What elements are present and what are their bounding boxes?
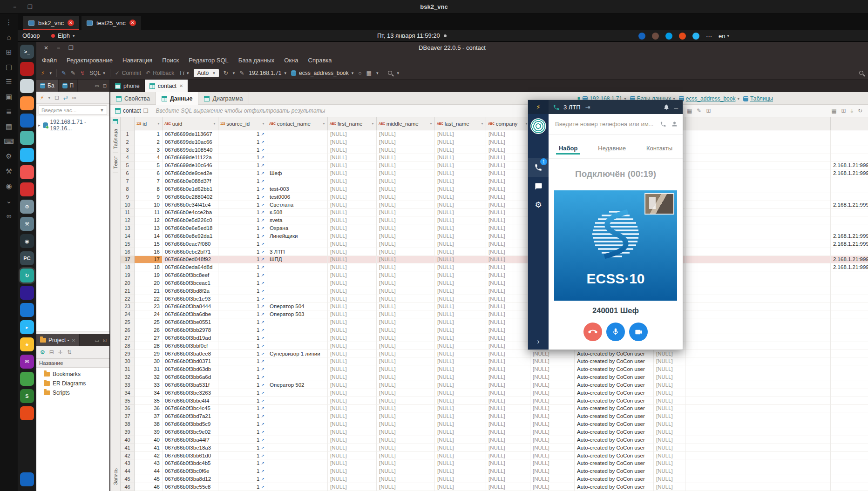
view-tab[interactable]: Данные [156, 92, 199, 105]
cell-contact_name[interactable] [267, 397, 328, 405]
cell-first_name[interactable]: [NULL] [328, 216, 377, 224]
cell-company[interactable]: [NULL] [486, 279, 530, 287]
cell-first_name[interactable]: [NULL] [328, 169, 377, 177]
result-view-tab[interactable]: Таблица [113, 126, 118, 153]
cell-contact_name[interactable] [267, 326, 328, 334]
cell-middle_name[interactable]: [NULL] [377, 428, 435, 436]
cell-id[interactable]: 5 [135, 161, 163, 169]
cell-col12[interactable] [685, 232, 831, 240]
cell-col13[interactable] [831, 342, 868, 350]
cell-col11[interactable]: [NULL] [654, 444, 685, 452]
cell-id[interactable]: 17 [135, 256, 163, 264]
dock-red-sphere[interactable] [20, 182, 34, 196]
database-select[interactable]: ecss_address_book ▾ [291, 70, 353, 76]
menu-item[interactable]: Редактор SQL [189, 57, 229, 64]
cell-contact_name[interactable]: Оператор 503 [267, 310, 328, 318]
minimize-panel-icon[interactable]: ▭ [95, 83, 99, 88]
cell-uuid[interactable]: 067d66b0f3be55c8 [163, 483, 218, 491]
cell-col9[interactable]: [NULL] [530, 350, 575, 358]
cell-col13[interactable] [831, 467, 868, 475]
cell-comment[interactable]: Auto-created by CoCon user [575, 444, 654, 452]
cell-col13[interactable] [831, 475, 868, 483]
row-number[interactable]: 37 [121, 412, 135, 420]
cell-col12[interactable] [685, 381, 831, 389]
column-header-source_id[interactable]: 123source_id▼ [218, 117, 267, 130]
row-number[interactable]: 41 [121, 444, 135, 452]
cell-first_name[interactable]: [NULL] [328, 483, 377, 491]
row-number[interactable]: 38 [121, 420, 135, 428]
cell-source_id[interactable]: 1↗ [218, 130, 267, 138]
cell-company[interactable]: [NULL] [486, 154, 530, 162]
cell-contact_name[interactable] [267, 240, 328, 248]
cell-contact_name[interactable] [267, 452, 328, 460]
cell-middle_name[interactable]: [NULL] [377, 389, 435, 397]
row-number[interactable]: 11 [121, 209, 135, 216]
row-number[interactable]: 5 [121, 161, 135, 169]
app-menu[interactable]: Elph ▾ [51, 30, 75, 42]
fk-link-icon[interactable]: ↗ [261, 437, 264, 442]
cell-uuid[interactable]: 067d66b0f3bc1e93 [163, 295, 218, 303]
transaction-mode-button[interactable]: Тт ▾ [179, 70, 189, 76]
cell-col11[interactable]: [NULL] [654, 483, 685, 491]
cell-uuid[interactable]: 067d6699de113667 [163, 130, 218, 138]
cell-company[interactable]: [NULL] [486, 303, 530, 311]
tray-more-icon[interactable]: ⋯ [706, 33, 712, 40]
fk-link-icon[interactable]: ↗ [261, 265, 264, 269]
cell-last_name[interactable]: [NULL] [435, 475, 486, 483]
cell-middle_name[interactable]: [NULL] [377, 232, 435, 240]
cell-contact_name[interactable]: test0006 [267, 193, 328, 201]
cell-first_name[interactable]: [NULL] [328, 248, 377, 256]
cell-middle_name[interactable]: [NULL] [377, 459, 435, 467]
cell-last_name[interactable]: [NULL] [435, 154, 486, 162]
expand-arrow-icon[interactable]: ▸ [38, 123, 41, 128]
cell-last_name[interactable]: [NULL] [435, 459, 486, 467]
cell-company[interactable]: [NULL] [486, 326, 530, 334]
cell-company[interactable]: [NULL] [486, 342, 530, 350]
cell-first_name[interactable]: [NULL] [328, 342, 377, 350]
dock-python[interactable]: S [20, 389, 34, 403]
cell-contact_name[interactable]: sveta [267, 216, 328, 224]
remote-video[interactable]: ECSS·10 [554, 190, 677, 301]
cell-last_name[interactable]: [NULL] [435, 177, 486, 185]
cell-last_name[interactable]: [NULL] [435, 412, 486, 420]
navigator-tab[interactable]: Ба [36, 80, 59, 92]
cell-contact_name[interactable]: Линейщики [267, 232, 328, 240]
cell-last_name[interactable]: [NULL] [435, 209, 486, 216]
cell-id[interactable]: 12 [135, 216, 163, 224]
cell-id[interactable]: 28 [135, 342, 163, 350]
cell-id[interactable]: 1 [135, 130, 163, 138]
cell-last_name[interactable]: [NULL] [435, 138, 486, 146]
cell-uuid[interactable]: 067d6699de10c646 [163, 161, 218, 169]
cell-id[interactable]: 29 [135, 350, 163, 358]
cell-col9[interactable]: [NULL] [530, 420, 575, 428]
panel-icon[interactable]: ⊞ [841, 108, 846, 114]
cell-company[interactable]: [NULL] [486, 428, 530, 436]
cell-col13[interactable] [831, 326, 868, 334]
cell-col13[interactable] [831, 185, 868, 193]
cell-middle_name[interactable]: [NULL] [377, 475, 435, 483]
filter-funnel-icon[interactable]: ▼ [322, 122, 326, 125]
cell-id[interactable]: 26 [135, 326, 163, 334]
cell-id[interactable]: 19 [135, 271, 163, 279]
cell-id[interactable]: 3 [135, 146, 163, 154]
cell-col12[interactable] [685, 452, 831, 460]
filter-funnel-icon[interactable]: ▼ [429, 122, 433, 125]
cell-id[interactable]: 20 [135, 279, 163, 287]
cell-company[interactable]: [NULL] [486, 256, 530, 264]
cell-source_id[interactable]: 1↗ [218, 405, 267, 413]
sidebar-dialer-button[interactable]: 1 [528, 158, 549, 177]
cell-comment[interactable]: Auto-created by CoCon user [575, 405, 654, 413]
cell-contact_name[interactable] [267, 161, 328, 169]
cell-uuid[interactable]: 067d66b0f3bd0371 [163, 357, 218, 365]
cell-id[interactable]: 35 [135, 397, 163, 405]
cell-middle_name[interactable]: [NULL] [377, 185, 435, 193]
cell-col9[interactable]: [NULL] [530, 428, 575, 436]
cell-col12[interactable] [685, 224, 831, 232]
cell-middle_name[interactable]: [NULL] [377, 397, 435, 405]
cell-company[interactable]: [NULL] [486, 459, 530, 467]
schema-icon[interactable]: ▦ [366, 70, 372, 76]
minimize-panel-icon[interactable]: ▭ [95, 338, 99, 343]
cell-col12[interactable] [685, 467, 831, 475]
cell-contact_name[interactable] [267, 459, 328, 467]
row-number[interactable]: 45 [121, 475, 135, 483]
